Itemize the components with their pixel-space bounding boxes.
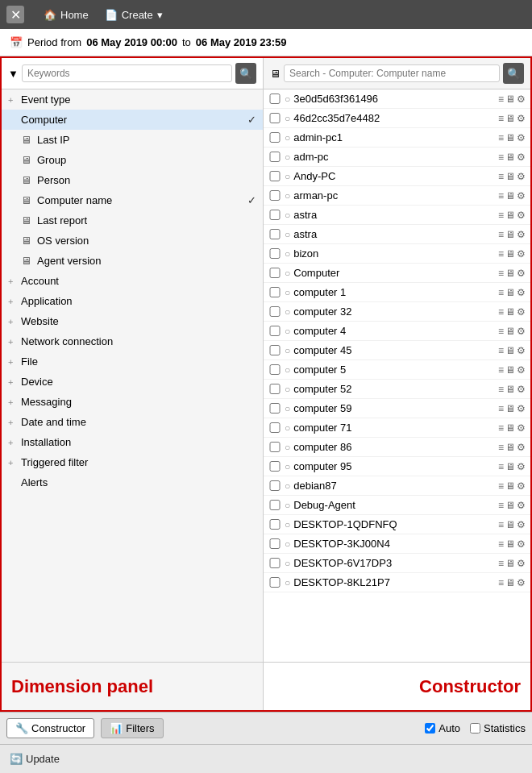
row-computer-icon[interactable]: 🖥 bbox=[505, 152, 515, 163]
row-details-icon[interactable]: ≡ bbox=[498, 577, 504, 588]
row-computer-icon[interactable]: 🖥 bbox=[505, 538, 515, 550]
tree-item-triggered-filter[interactable]: +Triggered filter bbox=[2, 452, 263, 472]
close-button[interactable]: ✕ bbox=[6, 6, 24, 23]
statistics-checkbox[interactable] bbox=[470, 723, 480, 734]
row-details-icon[interactable]: ≡ bbox=[498, 190, 504, 202]
tree-item-event-type[interactable]: +Event type bbox=[2, 89, 263, 110]
tree-item-alerts[interactable]: Alerts bbox=[2, 472, 263, 492]
row-details-icon[interactable]: ≡ bbox=[498, 152, 504, 163]
list-item[interactable]: ○astra≡🖥⚙ bbox=[264, 206, 530, 225]
list-item[interactable]: ○astra≡🖥⚙ bbox=[264, 225, 530, 244]
row-settings-icon[interactable]: ⚙ bbox=[517, 229, 526, 240]
tree-item-computer[interactable]: Computer✓ bbox=[2, 110, 263, 130]
row-computer-icon[interactable]: 🖥 bbox=[505, 558, 515, 569]
row-checkbox[interactable] bbox=[268, 152, 281, 162]
row-checkbox[interactable] bbox=[268, 577, 281, 588]
tree-item-group[interactable]: 🖥Group bbox=[2, 150, 263, 170]
update-button[interactable]: 🔄 Update bbox=[10, 753, 60, 765]
computer-search-button[interactable]: 🔍 bbox=[503, 63, 524, 84]
row-computer-icon[interactable]: 🖥 bbox=[505, 384, 515, 395]
tree-item-website[interactable]: +Website bbox=[2, 311, 263, 331]
row-computer-icon[interactable]: 🖥 bbox=[505, 519, 515, 530]
row-settings-icon[interactable]: ⚙ bbox=[517, 210, 526, 221]
row-computer-icon[interactable]: 🖥 bbox=[505, 461, 515, 472]
row-details-icon[interactable]: ≡ bbox=[498, 461, 504, 472]
row-computer-icon[interactable]: 🖥 bbox=[505, 422, 515, 434]
row-details-icon[interactable]: ≡ bbox=[498, 210, 504, 221]
row-details-icon[interactable]: ≡ bbox=[498, 268, 504, 279]
row-details-icon[interactable]: ≡ bbox=[498, 229, 504, 240]
row-checkbox[interactable] bbox=[268, 500, 281, 510]
row-details-icon[interactable]: ≡ bbox=[498, 326, 504, 337]
row-computer-icon[interactable]: 🖥 bbox=[505, 94, 515, 105]
home-button[interactable]: 🏠 Home bbox=[37, 6, 95, 24]
row-computer-icon[interactable]: 🖥 bbox=[505, 403, 515, 414]
list-item[interactable]: ○DESKTOP-6V17DP3≡🖥⚙ bbox=[264, 554, 530, 573]
tree-item-computer-name[interactable]: 🖥Computer name✓ bbox=[2, 190, 263, 210]
row-checkbox[interactable] bbox=[268, 558, 281, 568]
list-item[interactable]: ○DESKTOP-3KJ00N4≡🖥⚙ bbox=[264, 534, 530, 554]
row-details-icon[interactable]: ≡ bbox=[498, 94, 504, 105]
auto-checkbox-label[interactable]: Auto bbox=[425, 722, 460, 734]
row-checkbox[interactable] bbox=[268, 538, 281, 549]
row-computer-icon[interactable]: 🖥 bbox=[505, 171, 515, 182]
row-settings-icon[interactable]: ⚙ bbox=[517, 384, 526, 395]
row-computer-icon[interactable]: 🖥 bbox=[505, 229, 515, 240]
row-settings-icon[interactable]: ⚙ bbox=[517, 345, 526, 356]
row-details-icon[interactable]: ≡ bbox=[498, 442, 504, 453]
row-details-icon[interactable]: ≡ bbox=[498, 403, 504, 414]
auto-checkbox[interactable] bbox=[425, 723, 435, 734]
tree-item-device[interactable]: +Device bbox=[2, 372, 263, 392]
row-details-icon[interactable]: ≡ bbox=[498, 500, 504, 511]
row-settings-icon[interactable]: ⚙ bbox=[517, 364, 526, 376]
tree-item-installation[interactable]: +Installation bbox=[2, 432, 263, 452]
row-computer-icon[interactable]: 🖥 bbox=[505, 248, 515, 260]
row-checkbox[interactable] bbox=[268, 268, 281, 278]
row-settings-icon[interactable]: ⚙ bbox=[517, 480, 526, 492]
tree-item-network-connection[interactable]: +Network connection bbox=[2, 331, 263, 351]
row-computer-icon[interactable]: 🖥 bbox=[505, 210, 515, 221]
row-settings-icon[interactable]: ⚙ bbox=[517, 558, 526, 569]
row-settings-icon[interactable]: ⚙ bbox=[517, 326, 526, 337]
list-item[interactable]: ○computer 4≡🖥⚙ bbox=[264, 322, 530, 341]
tree-item-account[interactable]: +Account bbox=[2, 271, 263, 291]
row-checkbox[interactable] bbox=[268, 306, 281, 317]
row-settings-icon[interactable]: ⚙ bbox=[517, 519, 526, 530]
row-checkbox[interactable] bbox=[268, 94, 281, 104]
row-computer-icon[interactable]: 🖥 bbox=[505, 345, 515, 356]
row-settings-icon[interactable]: ⚙ bbox=[517, 287, 526, 298]
tree-item-date-and-time[interactable]: +Date and time bbox=[2, 412, 263, 432]
tree-item-agent-version[interactable]: 🖥Agent version bbox=[2, 251, 263, 271]
row-details-icon[interactable]: ≡ bbox=[498, 384, 504, 395]
list-item[interactable]: ○computer 71≡🖥⚙ bbox=[264, 418, 530, 438]
row-checkbox[interactable] bbox=[268, 210, 281, 220]
list-item[interactable]: ○admin-pc1≡🖥⚙ bbox=[264, 128, 530, 148]
list-item[interactable]: ○DESKTOP-8KL21P7≡🖥⚙ bbox=[264, 573, 530, 592]
row-settings-icon[interactable]: ⚙ bbox=[517, 190, 526, 202]
row-checkbox[interactable] bbox=[268, 132, 281, 143]
constructor-button[interactable]: 🔧 Constructor bbox=[6, 718, 94, 738]
list-item[interactable]: ○adm-pc≡🖥⚙ bbox=[264, 148, 530, 167]
computer-search-input[interactable] bbox=[284, 64, 500, 82]
row-checkbox[interactable] bbox=[268, 364, 281, 375]
row-details-icon[interactable]: ≡ bbox=[498, 558, 504, 569]
row-computer-icon[interactable]: 🖥 bbox=[505, 364, 515, 376]
list-item[interactable]: ○computer 86≡🖥⚙ bbox=[264, 438, 530, 457]
row-checkbox[interactable] bbox=[268, 403, 281, 414]
list-item[interactable]: ○arman-pc≡🖥⚙ bbox=[264, 186, 530, 206]
list-item[interactable]: ○Debug-Agent≡🖥⚙ bbox=[264, 496, 530, 515]
row-settings-icon[interactable]: ⚙ bbox=[517, 422, 526, 434]
row-settings-icon[interactable]: ⚙ bbox=[517, 132, 526, 143]
list-item[interactable]: ○computer 52≡🖥⚙ bbox=[264, 380, 530, 399]
row-settings-icon[interactable]: ⚙ bbox=[517, 461, 526, 472]
row-checkbox[interactable] bbox=[268, 229, 281, 239]
row-settings-icon[interactable]: ⚙ bbox=[517, 248, 526, 260]
row-details-icon[interactable]: ≡ bbox=[498, 171, 504, 182]
row-checkbox[interactable] bbox=[268, 248, 281, 259]
row-details-icon[interactable]: ≡ bbox=[498, 345, 504, 356]
row-settings-icon[interactable]: ⚙ bbox=[517, 152, 526, 163]
row-computer-icon[interactable]: 🖥 bbox=[505, 132, 515, 143]
row-details-icon[interactable]: ≡ bbox=[498, 538, 504, 550]
list-item[interactable]: ○bizon≡🖥⚙ bbox=[264, 244, 530, 264]
list-item[interactable]: ○computer 5≡🖥⚙ bbox=[264, 360, 530, 380]
